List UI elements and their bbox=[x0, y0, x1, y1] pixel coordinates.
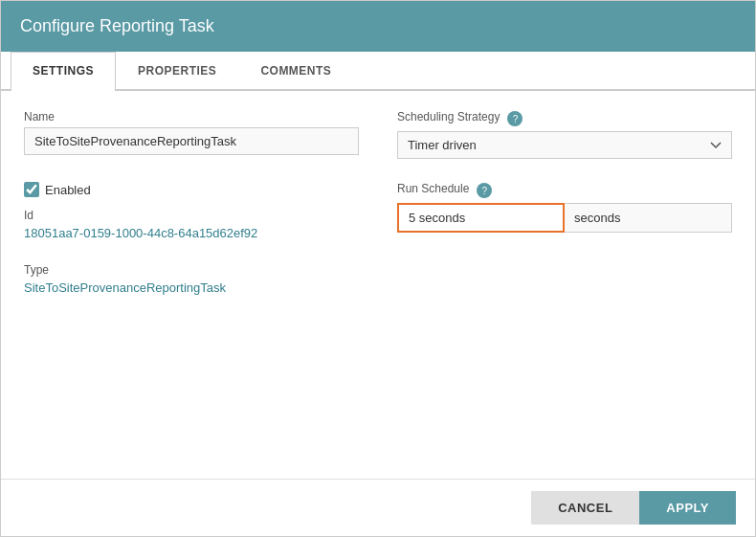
tab-bar: SETTINGS PROPERTIES COMMENTS bbox=[1, 52, 755, 91]
scheduling-strategy-select[interactable]: Timer driven bbox=[397, 131, 732, 159]
enabled-checkbox[interactable] bbox=[24, 182, 39, 197]
cancel-button[interactable]: CANCEL bbox=[531, 491, 639, 525]
run-schedule-help-icon[interactable]: ? bbox=[477, 183, 492, 198]
enabled-label: Enabled bbox=[45, 183, 91, 197]
configure-reporting-task-dialog: Configure Reporting Task SETTINGS PROPER… bbox=[0, 0, 756, 537]
dialog-body: Name Enabled Id 18051aa7-0159-1000-44c8-… bbox=[1, 91, 755, 479]
type-field-group: Type SiteToSiteProvenanceReportingTask bbox=[24, 263, 359, 295]
form-right: Scheduling Strategy ? Timer driven Run S… bbox=[397, 110, 732, 306]
id-field-group: Id 18051aa7-0159-1000-44c8-64a15d62ef92 bbox=[24, 209, 359, 240]
dialog-title: Configure Reporting Task bbox=[20, 16, 214, 35]
id-label: Id bbox=[24, 209, 359, 222]
dialog-header: Configure Reporting Task bbox=[1, 1, 755, 52]
name-label: Name bbox=[24, 110, 359, 123]
scheduling-strategy-label: Scheduling Strategy bbox=[397, 110, 500, 123]
apply-button[interactable]: APPLY bbox=[639, 491, 736, 525]
scheduling-strategy-field-group: Scheduling Strategy ? Timer driven bbox=[397, 110, 732, 159]
run-schedule-input[interactable] bbox=[397, 203, 565, 233]
tab-comments[interactable]: COMMENTS bbox=[238, 52, 353, 89]
run-schedule-label: Run Schedule bbox=[397, 182, 469, 195]
name-field-group: Name bbox=[24, 110, 359, 155]
strategy-label-row: Scheduling Strategy ? bbox=[397, 110, 732, 127]
type-label: Type bbox=[24, 263, 359, 277]
run-schedule-field-group: Run Schedule ? bbox=[397, 182, 732, 233]
run-schedule-secondary-input[interactable] bbox=[565, 203, 732, 233]
scheduling-strategy-help-icon[interactable]: ? bbox=[507, 111, 523, 126]
run-schedule-label-row: Run Schedule ? bbox=[397, 182, 732, 199]
enabled-row: Enabled bbox=[24, 182, 359, 197]
id-value: 18051aa7-0159-1000-44c8-64a15d62ef92 bbox=[24, 226, 359, 240]
name-input[interactable] bbox=[24, 127, 359, 155]
form-grid: Name Enabled Id 18051aa7-0159-1000-44c8-… bbox=[24, 110, 732, 306]
dialog-footer: CANCEL APPLY bbox=[1, 479, 755, 536]
tab-settings[interactable]: SETTINGS bbox=[11, 52, 116, 91]
tab-properties[interactable]: PROPERTIES bbox=[116, 52, 238, 89]
form-left: Name Enabled Id 18051aa7-0159-1000-44c8-… bbox=[24, 110, 359, 306]
type-value: SiteToSiteProvenanceReportingTask bbox=[24, 280, 359, 295]
run-schedule-inputs bbox=[397, 203, 732, 233]
